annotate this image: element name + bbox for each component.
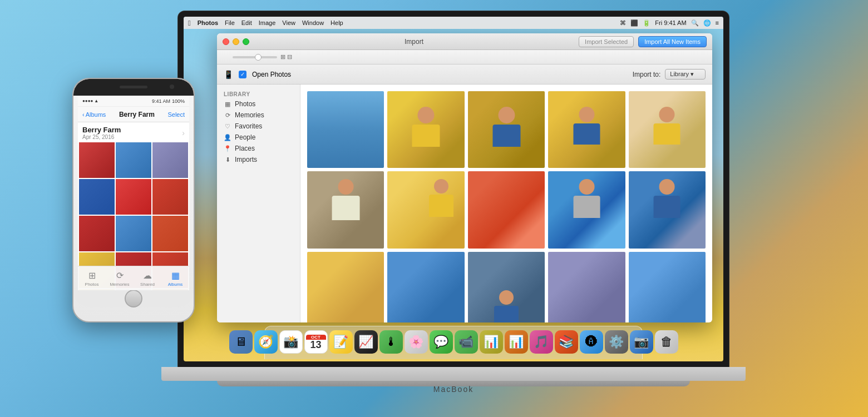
dock-calendar[interactable]: OCT 13 [304,330,328,354]
search-icon[interactable]: 🔍 [691,19,699,27]
iphone-photo-4[interactable] [79,179,115,215]
dock-pinwheel[interactable]: 🌸 [405,330,428,354]
dock-notes[interactable]: 📝 [329,330,353,354]
iphone-battery: 100% [172,98,185,104]
iphone-status-bar: ●●●● ▲ 9:41 AM 100% [78,96,189,107]
iphone-photo-2[interactable] [116,142,151,178]
menubar-image[interactable]: Image [259,19,276,26]
sidebar-item-favorites[interactable]: ♡ Favorites [217,121,300,132]
toolbar-icons: ⊞ ⊟ [280,53,292,61]
photo-15[interactable] [468,252,545,322]
photo-13[interactable] [307,252,384,322]
photo-7[interactable] [387,171,464,248]
siri-icon[interactable]: 🌐 [703,19,711,27]
iphone: ●●●● ▲ 9:41 AM 100% ‹ Albums Berry Farm … [72,78,195,322]
photos-window: Import Import Selected Import All New It… [217,33,712,322]
iphone-tab-photos[interactable]: ⊞ Photos [78,270,106,287]
dock-thermometer[interactable]: 🌡 [379,330,403,354]
menubar-help[interactable]: Help [331,19,343,26]
iphone-power-button[interactable] [194,123,195,140]
iphone-photo-5[interactable] [116,179,151,215]
menubar-file[interactable]: File [225,19,235,26]
dock-messages[interactable]: 💬 [430,330,453,354]
photo-16[interactable] [548,252,625,322]
iphone-home-button[interactable] [125,290,142,307]
menubar-window[interactable]: Window [302,19,324,26]
import-to-label: Import to: [633,71,661,78]
photo-8[interactable] [468,171,545,248]
dock-numbers[interactable]: 📊 [480,330,503,354]
iphone-vol-down-button[interactable] [72,139,73,150]
places-icon: 📍 [224,145,231,152]
photo-4[interactable] [548,91,625,168]
photo-17[interactable] [629,252,706,322]
dock-appstore[interactable]: 🅐 [580,330,603,354]
dock-photos-icon[interactable]: 📷 [630,330,653,354]
iphone-tab-bar: ⊞ Photos ⟳ Memories ☁ Shared ▦ Albums [78,266,189,290]
minimize-button[interactable] [233,38,239,45]
sidebar-item-memories[interactable]: ⟳ Memories [217,110,300,121]
dock-trash[interactable]: 🗑 [655,330,678,354]
dock-settings[interactable]: ⚙️ [605,330,628,354]
iphone-tab-shared[interactable]: ☁ Shared [134,270,161,287]
iphone-mute-button[interactable] [72,112,73,121]
iphone-vol-up-button[interactable] [72,123,73,135]
dock-finder[interactable]: 🖥 [229,330,253,354]
iphone-photo-6[interactable] [152,179,188,215]
iphone-time: 9:41 AM [152,98,170,104]
menubar-edit[interactable]: Edit [241,19,252,26]
import-selected-button[interactable]: Import Selected [579,36,634,47]
photo-1[interactable] [307,91,384,168]
iphone-tab-albums[interactable]: ▦ Albums [161,270,189,287]
sidebar-item-photos[interactable]: ▦ Photos [217,98,300,110]
window-content: Library ▦ Photos ⟳ Memories ♡ Favorites [217,85,712,322]
iphone-camera [170,85,174,89]
iphone-back-button[interactable]: ‹ Albums [82,111,106,118]
dock-facetime[interactable]: 📹 [455,330,478,354]
open-photos-checkbox[interactable]: ✓ [239,71,246,78]
iphone-album-header: Berry Farm Apr 25, 2016 › [78,122,189,141]
photo-6[interactable] [307,171,384,248]
iphone-photo-1[interactable] [79,142,115,178]
memories-icon: ⟳ [224,111,231,119]
photo-9[interactable] [548,171,625,248]
dock-keynote[interactable]: 📊 [505,330,528,354]
photo-14[interactable] [387,252,464,322]
photo-2[interactable] [387,91,464,168]
menubar-view[interactable]: View [282,19,295,26]
dock-photos-app[interactable]: 📸 [279,330,303,354]
iphone-select-button[interactable]: Select [167,111,185,118]
photo-5[interactable] [629,91,706,168]
import-content [300,85,712,322]
sidebar-item-places[interactable]: 📍 Places [217,143,300,154]
apple-menu[interactable]:  [188,19,191,27]
dock: 🖥 🧭 📸 OCT 13 📝 📈 🌡 🌸 💬 📹 📊 📊 🎵 📚 🅐 ⚙ [184,325,723,359]
import-to-dropdown[interactable]: Library ▾ [665,69,706,80]
people-icon: 👤 [224,133,231,141]
dock-ibooks[interactable]: 📚 [555,330,578,354]
close-button[interactable] [223,38,229,45]
photo-10[interactable] [629,171,706,248]
iphone-memories-tab-icon: ⟳ [116,270,124,281]
photo-3[interactable] [468,91,545,168]
iphone-nav-title: Berry Farm [106,111,167,118]
iphone-photo-8[interactable] [116,216,151,251]
sidebar-item-people[interactable]: 👤 People [217,132,300,143]
dock-itunes[interactable]: 🎵 [530,330,553,354]
iphone-tab-memories[interactable]: ⟳ Memories [106,270,134,287]
traffic-lights [223,38,249,45]
import-all-button[interactable]: Import All New Items [638,36,707,47]
iphone-photo-9[interactable] [152,216,188,251]
zoom-slider[interactable] [233,56,277,58]
maximize-button[interactable] [243,38,249,45]
import-device-bar: 📱 ✓ Open Photos Import to: Library ▾ [217,64,712,85]
device-icon: 📱 [224,70,233,79]
dock-safari[interactable]: 🧭 [254,330,278,354]
menubar-time: Fri 9:41 AM [655,19,686,26]
dock-stocks[interactable]: 📈 [354,330,378,354]
sidebar-item-imports[interactable]: ⬇ Imports [217,154,300,165]
notification-icon[interactable]: ≡ [716,19,719,26]
iphone-photo-7[interactable] [79,216,115,251]
menubar-app-name[interactable]: Photos [198,19,218,26]
iphone-photo-3[interactable] [152,142,188,178]
